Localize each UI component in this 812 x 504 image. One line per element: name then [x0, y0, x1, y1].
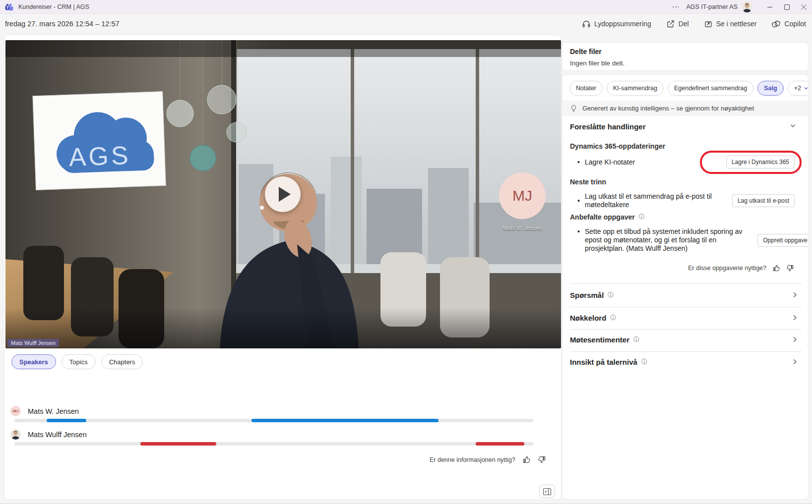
account-avatar[interactable] [742, 1, 752, 12]
share-icon [666, 19, 675, 28]
lightbulb-icon [570, 105, 577, 112]
info-icon[interactable]: ⓘ [633, 336, 639, 344]
speaker-name: Mats Wulff Jensen [28, 431, 87, 439]
speaker-name: Mats W. Jensen [28, 407, 79, 415]
suggested-actions-title: Foreslåtte handlinger [570, 122, 646, 131]
action-item-save-notes: • Lagre KI-notater Lagre i Dynamics 365 [577, 156, 795, 168]
chevron-down-icon [804, 86, 809, 91]
avatar: MJ [10, 406, 21, 416]
meeting-avatar-overlay: MJ Mats W. Jensen [499, 172, 546, 231]
tab-notater[interactable]: Notater [569, 81, 603, 96]
meeting-header: fredag 27. mars 2026 12:54 – 12:57 Lydop… [0, 14, 812, 34]
share-button[interactable]: Del [666, 19, 689, 28]
thumbs-up-button[interactable] [522, 455, 531, 464]
group-dynamics-updates: Dynamics 365-oppdateringer [570, 142, 665, 150]
save-in-dynamics-button[interactable]: Lagre i Dynamics 365 [726, 156, 795, 168]
section-sporsmal[interactable]: Spørsmålⓘ [562, 285, 809, 307]
open-side-pane-button[interactable] [539, 485, 555, 498]
play-button[interactable] [265, 176, 301, 212]
close-button[interactable] [795, 0, 812, 14]
group-recommended-tasks: Anbefalte oppgaver ⓘ [570, 213, 645, 221]
action-text: Lag utkast til et sammendrag på e-post t… [585, 192, 732, 209]
thumbs-down-button[interactable] [786, 264, 794, 272]
action-text: Sette opp et tilbud på systemet inkluder… [585, 227, 757, 253]
video-logo-text: AGS [68, 141, 131, 171]
minimize-button[interactable] [761, 0, 778, 14]
speaker-row: Mats Wulff Jensen [10, 429, 87, 440]
window-title: Kundereiser - CRM | AGS [18, 3, 89, 10]
action-text: Lagre KI-notater [585, 158, 726, 167]
titlebar: Kundereiser - CRM | AGS ⋯ AGS IT-partner… [0, 0, 812, 14]
action-item-draft-email: • Lag utkast til et sammendrag på e-post… [577, 192, 795, 209]
section-motesentimenter[interactable]: Møtesentimenterⓘ [562, 330, 809, 351]
speaker-timeline[interactable] [14, 442, 533, 446]
meeting-datetime: fredag 27. mars 2026 12:54 – 12:57 [5, 20, 120, 28]
copilot-button[interactable]: Copilot [771, 19, 806, 29]
chevron-right-icon [791, 358, 798, 365]
action-item-create-task: • Sette opp et tilbud på systemet inklud… [577, 227, 809, 253]
divider [570, 307, 802, 307]
maximize-button[interactable] [778, 0, 795, 14]
avatar-name-label: Mats W. Jensen [499, 225, 546, 231]
titlebar-more-button[interactable]: ⋯ [667, 2, 684, 11]
info-icon[interactable]: ⓘ [641, 358, 647, 366]
media-tabs: Speakers Topics Chapters [11, 354, 143, 369]
account-name: AGS IT-partner AS [686, 3, 738, 10]
timeline-segment [47, 419, 87, 422]
tab-more[interactable]: +2 [788, 81, 809, 96]
divider [570, 283, 802, 284]
summary-card: Notater KI-sammendrag Egendefinert samme… [562, 74, 809, 500]
info-icon[interactable]: ⓘ [639, 213, 645, 221]
speaker-row: MJ Mats W. Jensen [10, 406, 79, 416]
tasks-feedback: Er disse oppgavene nyttige? [562, 264, 794, 272]
shared-files-card: Delte filer Ingen filer ble delt. [562, 42, 809, 71]
draft-email-button[interactable]: Lag utkast til e-post [732, 194, 795, 207]
tab-topics[interactable]: Topics [62, 354, 96, 369]
thumbs-down-button[interactable] [538, 455, 546, 464]
speaker-caption: Mats Wulff Jensen [7, 339, 59, 347]
feedback-question: Er disse oppgavene nyttige? [688, 265, 766, 272]
chevron-down-icon [790, 122, 796, 129]
ai-notice-text: Generert av kunstig intelligens – se gje… [582, 105, 754, 112]
tab-speakers[interactable]: Speakers [11, 354, 56, 369]
thumbs-up-button[interactable] [772, 264, 780, 272]
chevron-right-icon [791, 291, 798, 298]
speaker-timeline[interactable] [14, 419, 533, 422]
shared-files-empty-text: Ingen filer ble delt. [570, 59, 801, 67]
tab-salg[interactable]: Salg [757, 81, 783, 96]
timeline-segment [476, 442, 524, 446]
info-feedback: Er denne informasjonen nyttig? [4, 455, 546, 464]
teams-app-icon [5, 2, 13, 11]
open-in-browser-icon [704, 19, 713, 28]
copilot-icon [771, 19, 781, 29]
recording-panel: AGS [4, 35, 562, 500]
group-next-steps: Neste trinn [570, 178, 606, 186]
video-player[interactable]: AGS [5, 40, 561, 348]
avatar [10, 429, 21, 440]
audio-summary-button[interactable]: Lydoppsummering [582, 19, 651, 28]
ai-notice-banner: Generert av kunstig intelligens – se gje… [562, 101, 809, 116]
headphones-icon [582, 19, 591, 28]
info-icon[interactable]: ⓘ [608, 291, 614, 299]
tab-chapters[interactable]: Chapters [101, 354, 143, 369]
info-icon[interactable]: ⓘ [610, 314, 616, 322]
feedback-question: Er denne informasjonen nyttig? [430, 456, 515, 463]
avatar-initials: MJ [499, 172, 546, 219]
side-pane-icon [543, 488, 552, 496]
shared-files-title: Delte filer [570, 48, 801, 56]
teams-window: Kundereiser - CRM | AGS ⋯ AGS IT-partner… [0, 0, 812, 504]
section-innsikt-talerniva[interactable]: Innsikt på talernivåⓘ [562, 352, 809, 374]
chevron-right-icon [791, 314, 798, 321]
timeline-segment [140, 442, 216, 446]
create-task-button[interactable]: Opprett oppgave [757, 234, 809, 247]
timeline-segment [251, 419, 438, 422]
summary-tabs: Notater KI-sammendrag Egendefinert samme… [569, 81, 809, 96]
chevron-right-icon [791, 336, 798, 343]
open-in-browser-button[interactable]: Se i nettleser [704, 19, 757, 28]
tab-egendefinert-sammendrag[interactable]: Egendefinert sammendrag [668, 81, 753, 96]
section-nokkelord[interactable]: Nøkkelordⓘ [562, 308, 809, 330]
tab-ki-sammendrag[interactable]: KI-sammendrag [607, 81, 664, 96]
play-icon [279, 187, 291, 202]
collapse-suggested-button[interactable] [790, 122, 796, 129]
